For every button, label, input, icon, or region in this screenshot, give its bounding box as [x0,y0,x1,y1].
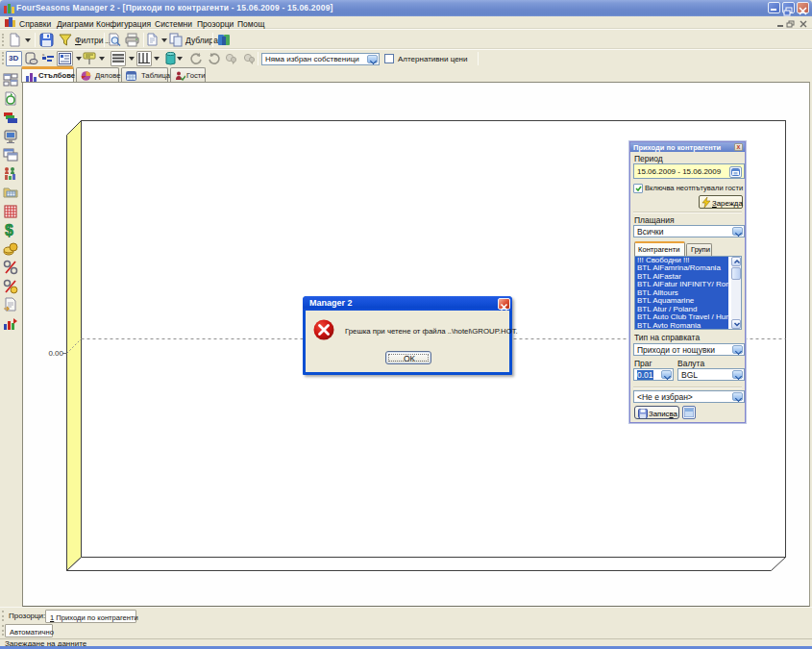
svg-text:a: a [42,52,45,57]
